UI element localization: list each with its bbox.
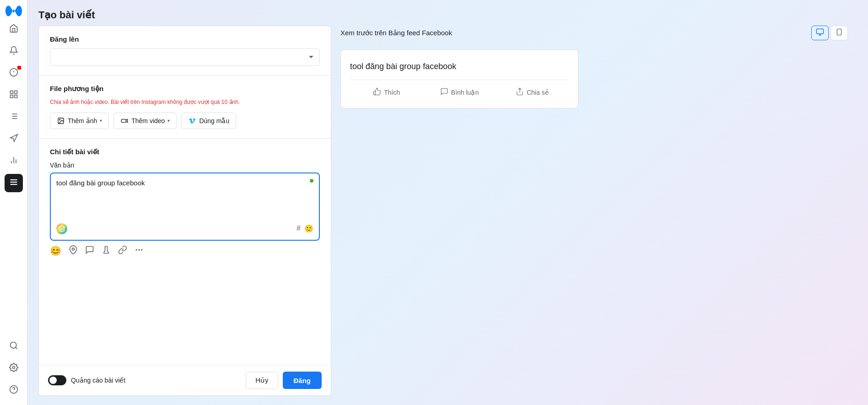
gear-icon bbox=[9, 363, 18, 374]
sidebar-item-alerts[interactable] bbox=[5, 64, 23, 82]
svg-point-21 bbox=[12, 366, 15, 368]
bell-icon bbox=[9, 46, 18, 57]
messenger-icon[interactable] bbox=[85, 245, 94, 257]
preview-header: Xem trước trên Bảng feed Facebook bbox=[340, 26, 848, 40]
toggle-label: Quảng cáo bài viết bbox=[71, 377, 125, 384]
share-action-button[interactable]: Chia sẻ bbox=[496, 84, 569, 101]
svg-rect-26 bbox=[122, 119, 126, 122]
cancel-button[interactable]: Hủy bbox=[246, 372, 278, 389]
dang-len-select[interactable] bbox=[50, 49, 320, 66]
sidebar-item-megaphone[interactable] bbox=[5, 130, 23, 148]
list-icon bbox=[9, 112, 18, 123]
toolbar-icons: 😊 bbox=[50, 241, 320, 259]
sidebar-item-settings[interactable] bbox=[5, 359, 23, 378]
use-template-button[interactable]: Dùng mẫu bbox=[181, 113, 236, 129]
mobile-view-button[interactable] bbox=[830, 26, 848, 40]
textarea-wrapper: tool đăng bài group facebook # 🙂 bbox=[50, 173, 320, 241]
add-video-label: Thêm video bbox=[131, 117, 165, 124]
home-icon bbox=[9, 24, 18, 35]
page-title: Tạo bài viết bbox=[27, 0, 868, 26]
sidebar-bottom bbox=[5, 337, 23, 400]
sidebar-item-home[interactable] bbox=[5, 20, 23, 38]
sidebar-item-menu[interactable] bbox=[5, 174, 23, 192]
meta-logo bbox=[5, 5, 22, 16]
form-bottom-bar: Quảng cáo bài viết Hủy Đăng bbox=[39, 365, 331, 395]
file-btn-group: Thêm ảnh ▾ Thêm video ▾ bbox=[50, 113, 320, 129]
alert-icon bbox=[9, 68, 18, 79]
video-icon bbox=[120, 117, 129, 125]
emoji-icon[interactable]: 🙂 bbox=[304, 224, 313, 233]
svg-point-28 bbox=[136, 249, 137, 250]
megaphone-icon bbox=[9, 134, 18, 145]
preview-panel: Xem trước trên Bảng feed Facebook bbox=[331, 26, 857, 396]
menu-icon bbox=[9, 178, 18, 189]
hashtag-icon[interactable]: # bbox=[297, 224, 301, 233]
mobile-icon bbox=[836, 28, 843, 38]
link-icon[interactable] bbox=[118, 245, 127, 257]
share-icon bbox=[516, 87, 524, 97]
preview-post-text: tool đăng bài group facebook bbox=[350, 61, 569, 72]
ai-icon bbox=[56, 223, 67, 234]
form-panel: Đăng lên File phương tiện Chia sẻ ảnh ho… bbox=[38, 26, 331, 396]
toggle-container: Quảng cáo bài viết bbox=[48, 375, 125, 385]
svg-point-27 bbox=[72, 248, 75, 250]
add-video-button[interactable]: Thêm video ▾ bbox=[113, 113, 177, 129]
photo-icon bbox=[57, 117, 65, 125]
svg-rect-31 bbox=[817, 29, 824, 34]
location-icon[interactable] bbox=[69, 245, 78, 257]
more-icon[interactable] bbox=[135, 245, 144, 257]
preview-actions: Thích Bình luận bbox=[350, 84, 569, 101]
detail-section-title: Chi tiết bài viết bbox=[50, 148, 320, 156]
flask-icon[interactable] bbox=[102, 245, 111, 257]
sidebar-item-help[interactable] bbox=[5, 381, 23, 400]
svg-point-30 bbox=[141, 249, 142, 250]
file-section: File phương tiện Chia sẻ ảnh hoặc video.… bbox=[39, 76, 331, 139]
action-buttons: Hủy Đăng bbox=[246, 372, 322, 389]
share-label: Chia sẻ bbox=[527, 89, 549, 96]
sidebar bbox=[0, 0, 27, 405]
textarea-icon-group: # 🙂 bbox=[297, 224, 313, 233]
grid-icon bbox=[9, 90, 18, 101]
detail-section: Chi tiết bài viết Văn bản tool đăng bài … bbox=[39, 139, 331, 268]
preview-title: Xem trước trên Bảng feed Facebook bbox=[340, 29, 452, 37]
add-photo-button[interactable]: Thêm ảnh ▾ bbox=[50, 113, 109, 129]
comment-label: Bình luận bbox=[451, 89, 479, 96]
sidebar-item-analytics[interactable] bbox=[5, 152, 23, 170]
text-status-dot bbox=[310, 179, 313, 183]
main-content: Tạo bài viết Đăng lên File phương tiện C… bbox=[27, 0, 868, 405]
video-chevron-icon: ▾ bbox=[167, 118, 170, 123]
sidebar-item-list[interactable] bbox=[5, 108, 23, 126]
like-icon bbox=[373, 87, 381, 97]
van-ban-label: Văn bản bbox=[50, 162, 320, 169]
like-label: Thích bbox=[384, 89, 400, 96]
comment-action-button[interactable]: Bình luận bbox=[423, 84, 496, 101]
svg-point-19 bbox=[10, 342, 16, 348]
sidebar-item-notifications[interactable] bbox=[5, 42, 23, 60]
desktop-view-button[interactable] bbox=[811, 26, 829, 40]
post-button[interactable]: Đăng bbox=[283, 372, 322, 389]
content-layout: Đăng lên File phương tiện Chia sẻ ảnh ho… bbox=[27, 26, 868, 405]
svg-point-29 bbox=[139, 249, 140, 250]
post-text-input[interactable]: tool đăng bài group facebook bbox=[56, 179, 313, 218]
help-icon bbox=[9, 385, 18, 396]
use-template-label: Dùng mẫu bbox=[199, 117, 229, 124]
svg-line-20 bbox=[15, 347, 17, 349]
preview-divider bbox=[350, 80, 569, 80]
emoji-toolbar-icon[interactable]: 😊 bbox=[50, 245, 61, 257]
svg-rect-4 bbox=[14, 91, 17, 93]
svg-rect-5 bbox=[14, 95, 17, 97]
sidebar-item-search[interactable] bbox=[5, 337, 23, 356]
search-icon bbox=[9, 341, 18, 352]
add-photo-label: Thêm ảnh bbox=[68, 117, 97, 124]
dang-len-section: Đăng lên bbox=[39, 26, 331, 76]
svg-rect-3 bbox=[10, 91, 13, 93]
comment-icon bbox=[440, 87, 448, 97]
sidebar-item-grid[interactable] bbox=[5, 86, 23, 104]
dang-len-label: Đăng lên bbox=[50, 35, 320, 43]
quang-cao-toggle[interactable] bbox=[48, 375, 66, 385]
photo-chevron-icon: ▾ bbox=[100, 118, 102, 123]
like-action-button[interactable]: Thích bbox=[350, 84, 423, 101]
desktop-icon bbox=[816, 28, 824, 38]
file-hint: Chia sẻ ảnh hoặc video. Bài viết trên In… bbox=[50, 98, 320, 106]
form-scroll[interactable]: Đăng lên File phương tiện Chia sẻ ảnh ho… bbox=[39, 26, 331, 395]
